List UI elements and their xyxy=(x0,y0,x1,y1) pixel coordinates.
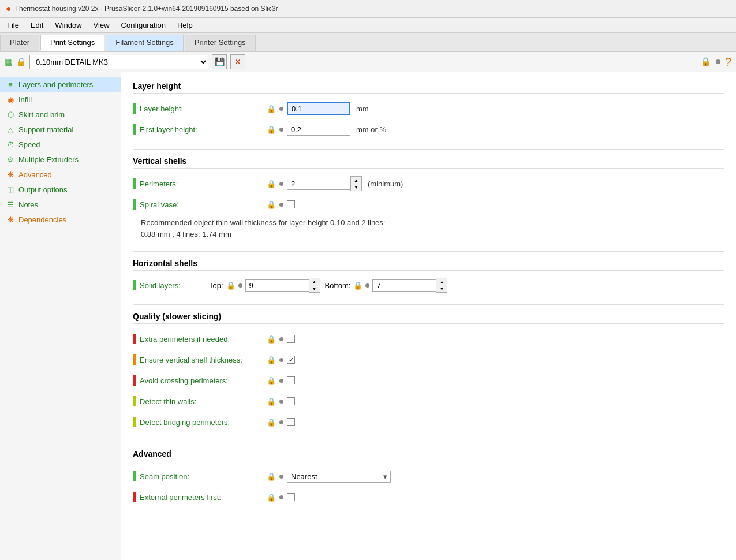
field-label-layer-height: Layer height: xyxy=(140,104,267,113)
tab-filament-settings[interactable]: Filament Settings xyxy=(106,35,183,51)
input-layer-height[interactable] xyxy=(287,102,350,115)
spinbox-bottom: ▲ ▼ xyxy=(372,278,447,293)
checkbox-detect-bridging[interactable] xyxy=(287,418,295,426)
preset-dropdown[interactable]: 0.10mm DETAIL MK3 xyxy=(29,55,208,69)
cancel-preset-button[interactable]: ✕ xyxy=(230,54,245,69)
sidebar-item-layers[interactable]: Layers and perimeters xyxy=(0,77,121,92)
dot-external-perimeters xyxy=(279,495,283,499)
field-controls-external-perimeters: 🔒 xyxy=(267,493,724,502)
sidebar-item-label-infill: Infill xyxy=(18,95,32,104)
lock-avoid-crossing[interactable]: 🔒 xyxy=(267,376,276,385)
lock-detect-thin[interactable]: 🔒 xyxy=(267,397,276,406)
lock-seam-position[interactable]: 🔒 xyxy=(267,472,276,481)
lock-top-layers[interactable]: 🔒 xyxy=(226,281,236,290)
menu-help[interactable]: Help xyxy=(173,19,197,31)
field-row-avoid-crossing: Avoid crossing perimeters: 🔒 xyxy=(133,372,724,389)
spinbox-down-top[interactable]: ▼ xyxy=(309,285,320,292)
field-label-solid-layers: Solid layers: xyxy=(140,281,209,290)
dot-ensure-vertical xyxy=(279,358,283,362)
color-bar-ensure-vertical xyxy=(133,354,136,365)
bottom-group: Bottom: 🔒 ▲ ▼ xyxy=(325,278,448,293)
menu-file[interactable]: File xyxy=(2,19,24,31)
spinbox-up-bottom[interactable]: ▲ xyxy=(436,278,447,285)
section-horizontal-shells: Horizontal shells Solid layers: Top: 🔒 ▲… xyxy=(133,259,724,293)
checkbox-external-perimeters[interactable] xyxy=(287,493,295,501)
field-row-seam-position: Seam position: 🔒 Nearest Aligned Rear Ra… xyxy=(133,468,724,484)
input-top-layers[interactable] xyxy=(245,279,309,292)
dot-layer-height xyxy=(279,107,283,111)
seam-position-dropdown[interactable]: Nearest Aligned Rear Random xyxy=(287,471,391,483)
color-bar-perimeters xyxy=(133,178,136,189)
spinbox-down-bottom[interactable]: ▼ xyxy=(436,285,447,292)
tab-print-settings[interactable]: Print Settings xyxy=(40,35,104,51)
spinbox-arrows-perimeters: ▲ ▼ xyxy=(350,176,362,191)
spinbox-up-perimeters[interactable]: ▲ xyxy=(351,177,361,184)
input-perimeters[interactable] xyxy=(287,178,350,190)
tab-plater[interactable]: Plater xyxy=(0,35,39,51)
help-button[interactable]: ? xyxy=(725,55,731,69)
input-bottom-layers[interactable] xyxy=(372,279,436,292)
sidebar-item-infill[interactable]: Infill xyxy=(0,92,121,107)
field-controls-avoid-crossing: 🔒 xyxy=(267,376,724,385)
sidebar-item-support[interactable]: Support material xyxy=(0,122,121,137)
field-label-ensure-vertical: Ensure vertical shell thickness: xyxy=(140,356,267,364)
field-label-spiral-vase: Spiral vase: xyxy=(140,200,267,209)
spinbox-down-perimeters[interactable]: ▼ xyxy=(351,184,361,191)
layers-icon xyxy=(6,80,15,89)
section-quality: Quality (slower slicing) Extra perimeter… xyxy=(133,312,724,430)
lock-layer-height[interactable]: 🔒 xyxy=(267,104,276,113)
menu-edit[interactable]: Edit xyxy=(26,19,48,31)
field-row-detect-thin: Detect thin walls: 🔒 xyxy=(133,393,724,409)
color-bar-first-layer-height xyxy=(133,124,136,135)
toolbar: ▦ 🔒 0.10mm DETAIL MK3 💾 ✕ 🔒 ? xyxy=(0,52,736,72)
lock-extra-perimeters[interactable]: 🔒 xyxy=(267,335,276,344)
section-vertical-shells: Vertical shells Perimeters: 🔒 ▲ ▼ (min xyxy=(133,156,724,240)
sidebar-item-speed[interactable]: Speed xyxy=(0,137,121,152)
spinbox-up-top[interactable]: ▲ xyxy=(309,278,320,285)
section-layer-height-title: Layer height xyxy=(133,81,724,94)
advanced-icon xyxy=(6,170,15,179)
output-icon xyxy=(6,185,15,194)
section-advanced: Advanced Seam position: 🔒 Nearest Aligne… xyxy=(133,449,724,505)
save-preset-button[interactable]: 💾 xyxy=(212,54,227,69)
lock-first-layer-height[interactable]: 🔒 xyxy=(267,125,276,134)
field-controls-extra-perimeters: 🔒 xyxy=(267,335,724,344)
lock-bottom-layers[interactable]: 🔒 xyxy=(353,281,363,290)
checkbox-extra-perimeters[interactable] xyxy=(287,335,295,343)
checkbox-avoid-crossing[interactable] xyxy=(287,376,295,384)
lock-perimeters[interactable]: 🔒 xyxy=(267,180,276,188)
section-horizontal-shells-title: Horizontal shells xyxy=(133,259,724,271)
lock-ensure-vertical[interactable]: 🔒 xyxy=(267,356,276,364)
color-bar-seam-position xyxy=(133,471,136,481)
section-advanced-title: Advanced xyxy=(133,449,724,461)
menu-window[interactable]: Window xyxy=(50,19,86,31)
menu-view[interactable]: View xyxy=(89,19,114,31)
field-label-external-perimeters: External perimeters first: xyxy=(140,493,267,502)
sidebar-item-deps[interactable]: Dependencies xyxy=(0,212,121,227)
recommendation-text: Recommended object thin wall thickness f… xyxy=(141,217,724,240)
sidebar-item-output[interactable]: Output options xyxy=(0,182,121,197)
lock-spiral-vase[interactable]: 🔒 xyxy=(267,200,276,209)
lock-external-perimeters[interactable]: 🔒 xyxy=(267,493,276,502)
tab-printer-settings[interactable]: Printer Settings xyxy=(185,35,256,51)
field-row-extra-perimeters: Extra perimeters if needed: 🔒 xyxy=(133,331,724,347)
sidebar-item-notes[interactable]: Notes xyxy=(0,197,121,212)
field-label-seam-position: Seam position: xyxy=(140,472,267,481)
checkbox-detect-thin[interactable] xyxy=(287,397,295,405)
checkbox-spiral-vase[interactable] xyxy=(287,200,295,208)
sidebar-item-extruders[interactable]: Multiple Extruders xyxy=(0,152,121,167)
lock-detect-bridging[interactable]: 🔒 xyxy=(267,418,276,427)
section-vertical-shells-title: Vertical shells xyxy=(133,156,724,169)
color-bar-external-perimeters xyxy=(133,492,136,502)
input-first-layer-height[interactable] xyxy=(287,124,350,136)
checkbox-ensure-vertical[interactable]: ✓ xyxy=(287,356,295,364)
sidebar-item-advanced[interactable]: Advanced xyxy=(0,167,121,182)
sidebar-item-skirt[interactable]: Skirt and brim xyxy=(0,107,121,122)
recommend-line2: 0.88 mm , 4 lines: 1.74 mm xyxy=(141,230,231,238)
menu-configuration[interactable]: Configuration xyxy=(117,19,170,31)
dot-bottom-layers xyxy=(365,283,369,288)
field-label-detect-thin: Detect thin walls: xyxy=(140,397,267,406)
field-row-first-layer-height: First layer height: 🔒 mm or % xyxy=(133,121,724,137)
lock-icon-toolbar: 🔒 xyxy=(16,57,26,66)
seam-dropdown-wrapper: Nearest Aligned Rear Random xyxy=(287,471,391,483)
